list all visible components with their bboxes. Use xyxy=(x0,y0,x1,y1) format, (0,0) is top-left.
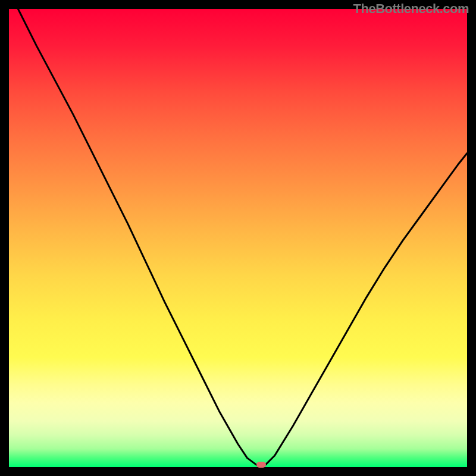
optimal-marker xyxy=(256,462,266,468)
bottleneck-curve xyxy=(9,9,467,467)
watermark-label: TheBottleneck.com xyxy=(353,1,469,17)
plot-area xyxy=(9,9,467,467)
chart-frame: TheBottleneck.com xyxy=(0,0,476,476)
